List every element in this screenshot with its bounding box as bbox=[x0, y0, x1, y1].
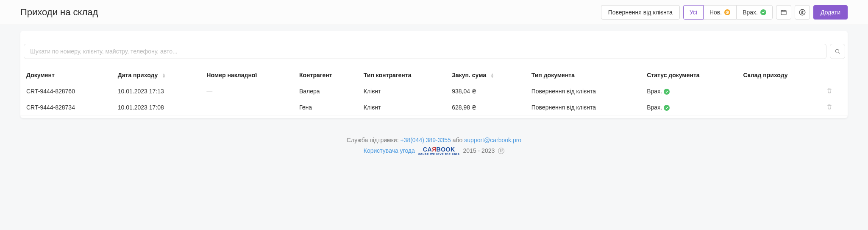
delete-button[interactable] bbox=[826, 87, 832, 93]
check-icon bbox=[760, 9, 766, 15]
trash-icon bbox=[826, 87, 832, 93]
search-button[interactable] bbox=[830, 44, 845, 59]
content-card: Документ Дата приходу ▲▼ Номер накладної… bbox=[20, 31, 848, 118]
cell-invoice: — bbox=[203, 99, 296, 115]
footer-or: або bbox=[453, 137, 463, 143]
col-doc-status[interactable]: Статус документа bbox=[643, 67, 740, 83]
col-doc-type[interactable]: Тип документа bbox=[528, 67, 644, 83]
support-label: Служба підтримки: bbox=[347, 137, 399, 143]
table-row[interactable]: CRT-9444-828760 10.01.2023 17:13 — Валер… bbox=[20, 83, 848, 99]
svg-point-3 bbox=[835, 49, 839, 53]
col-warehouse[interactable]: Склад приходу bbox=[740, 67, 823, 83]
table-row[interactable]: CRT-9444-828734 10.01.2023 17:08 — Гена … bbox=[20, 99, 848, 115]
cell-doc-status: Врах. bbox=[643, 83, 740, 99]
cell-doc-type: Повернення від клієнта bbox=[528, 99, 644, 115]
cell-actions bbox=[823, 99, 848, 115]
cell-date: 10.01.2023 17:13 bbox=[114, 83, 203, 99]
col-doc[interactable]: Документ bbox=[20, 67, 114, 83]
header-actions: Повернення від клієнта Усі Нов. Врах. До… bbox=[601, 5, 848, 20]
cell-invoice: — bbox=[203, 83, 296, 99]
cell-counterparty: Валера bbox=[296, 83, 360, 99]
col-amount[interactable]: Закуп. сума ▲▼ bbox=[448, 67, 528, 83]
col-date-label: Дата приходу bbox=[118, 72, 158, 79]
clock-icon bbox=[724, 9, 730, 15]
trash-icon bbox=[826, 104, 832, 109]
col-invoice[interactable]: Номер накладної bbox=[203, 67, 296, 83]
cell-amount: 628,98 ₴ bbox=[448, 99, 528, 115]
cell-date: 10.01.2023 17:08 bbox=[114, 99, 203, 115]
page-title: Приходи на склад bbox=[20, 7, 98, 18]
cell-cp-type: Клієнт bbox=[360, 99, 448, 115]
years-label: 2015 - 2023 bbox=[463, 147, 495, 154]
cell-actions bbox=[823, 83, 848, 99]
cell-doc-status: Врах. bbox=[643, 99, 740, 115]
filter-done-button[interactable]: Врах. bbox=[736, 5, 773, 20]
check-icon bbox=[664, 105, 670, 111]
calendar-icon bbox=[780, 9, 787, 16]
cell-amount: 938,04 ₴ bbox=[448, 83, 528, 99]
registered-icon: R bbox=[498, 148, 504, 154]
col-counterparty[interactable]: Контрагент bbox=[296, 67, 360, 83]
cell-doc-type: Повернення від клієнта bbox=[528, 83, 644, 99]
incoming-table: Документ Дата приходу ▲▼ Номер накладної… bbox=[20, 67, 848, 115]
carbook-logo: CAЯBOOK cause we love the cars bbox=[418, 146, 460, 155]
sort-icon: ▲▼ bbox=[162, 73, 166, 78]
cell-doc: CRT-9444-828760 bbox=[20, 83, 114, 99]
col-date[interactable]: Дата приходу ▲▼ bbox=[114, 67, 203, 83]
search-icon bbox=[835, 48, 840, 54]
currency-button[interactable] bbox=[795, 5, 810, 20]
support-email-link[interactable]: support@carbook.pro bbox=[464, 137, 521, 143]
add-button[interactable]: Додати bbox=[813, 5, 848, 20]
filter-new-label: Нов. bbox=[709, 9, 722, 16]
filter-all-button[interactable]: Усі bbox=[683, 5, 704, 20]
dollar-icon bbox=[798, 8, 806, 16]
delete-button[interactable] bbox=[826, 104, 832, 109]
cell-warehouse bbox=[740, 83, 823, 99]
cell-counterparty: Гена bbox=[296, 99, 360, 115]
client-return-button[interactable]: Повернення від клієнта bbox=[601, 5, 680, 20]
filter-done-label: Врах. bbox=[743, 9, 758, 16]
calendar-button[interactable] bbox=[776, 5, 791, 20]
footer: Служба підтримки: +38(044) 389-3355 або … bbox=[0, 128, 868, 172]
cell-cp-type: Клієнт bbox=[360, 83, 448, 99]
support-phone-link[interactable]: +38(044) 389-3355 bbox=[400, 137, 451, 143]
sort-icon: ▲▼ bbox=[490, 73, 494, 78]
col-cp-type[interactable]: Тип контрагента bbox=[360, 67, 448, 83]
search-input[interactable] bbox=[24, 44, 826, 59]
check-icon bbox=[664, 89, 670, 95]
col-amount-label: Закуп. сума bbox=[452, 72, 486, 79]
status-filter-group: Усі Нов. Врах. bbox=[683, 5, 773, 20]
svg-rect-1 bbox=[781, 10, 786, 15]
cell-doc: CRT-9444-828734 bbox=[20, 99, 114, 115]
cell-warehouse bbox=[740, 99, 823, 115]
filter-new-button[interactable]: Нов. bbox=[704, 5, 736, 20]
user-agreement-link[interactable]: Користувача угода bbox=[364, 147, 415, 154]
col-actions bbox=[823, 67, 848, 83]
